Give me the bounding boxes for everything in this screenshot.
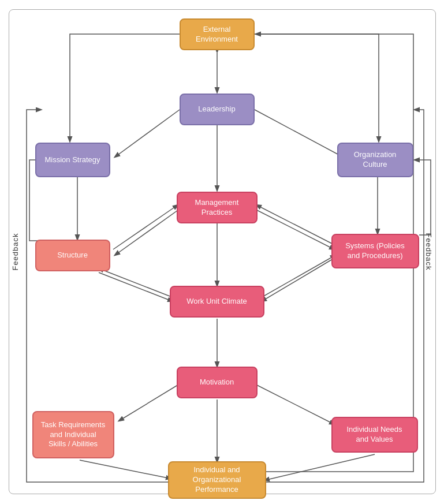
svg-line-14 (262, 255, 335, 297)
svg-line-18 (80, 460, 171, 479)
svg-line-19 (264, 454, 375, 480)
svg-line-16 (119, 384, 180, 421)
node-leadership: Leadership (180, 94, 255, 125)
svg-line-9 (255, 209, 334, 249)
svg-line-10 (256, 205, 335, 245)
node-work-unit-climate: Work Unit Climate (170, 286, 264, 318)
node-motivation: Motivation (177, 367, 258, 398)
node-task-requirements: Task Requirementsand IndividualSkills / … (32, 411, 114, 458)
node-external-environment: ExternalEnvironment (180, 18, 255, 50)
diagram-container: Feedback Feedback (9, 9, 436, 494)
node-performance: Individual andOrganizationalPerformance (168, 461, 266, 499)
node-management-practices: ManagementPractices (177, 192, 258, 223)
svg-line-7 (115, 209, 180, 255)
node-structure: Structure (35, 240, 110, 271)
svg-line-11 (99, 272, 173, 301)
svg-line-13 (262, 258, 334, 301)
svg-line-17 (255, 384, 334, 424)
node-org-culture: OrganizationCulture (337, 143, 413, 177)
node-mission-strategy: Mission Strategy (35, 143, 110, 177)
node-systems: Systems (Policiesand Procedures) (331, 234, 419, 268)
svg-line-12 (99, 268, 173, 297)
svg-line-8 (113, 205, 178, 249)
svg-line-2 (255, 110, 343, 157)
node-individual-needs: Individual Needsand Values (331, 417, 418, 453)
svg-line-1 (115, 110, 180, 157)
